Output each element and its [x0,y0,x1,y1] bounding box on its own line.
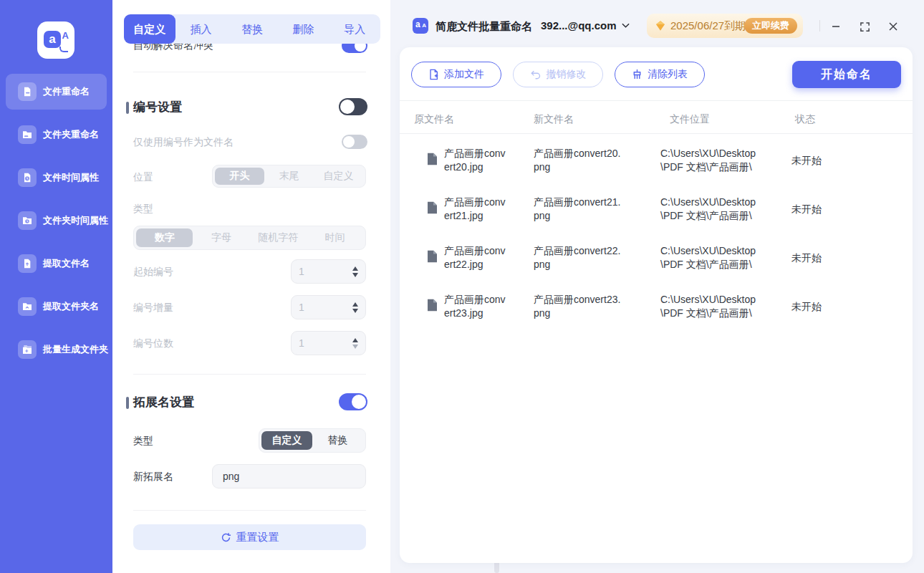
sidebar-item-label: 文件夹时间属性 [43,214,108,227]
file-icon [427,251,437,266]
original-filename: 产品画册conv ert20.jpg [444,147,526,174]
renew-button[interactable]: 立即续费 [744,18,797,34]
table-row[interactable]: 产品画册conv ert20.jpg 产品画册convert20. png C:… [400,136,913,185]
only-number-toggle[interactable] [342,135,367,149]
close-button[interactable] [886,19,900,34]
sidebar-item-file-rename[interactable]: 文件重命名 [6,74,107,110]
add-files-button[interactable]: 添加文件 [411,62,501,87]
add-file-icon [428,69,439,80]
only-number-label: 仅使用编号作为文件名 [133,136,234,149]
type-option-random[interactable]: 随机字符 [250,228,307,247]
header-file-location: 文件位置 [670,113,710,126]
sidebar-item-file-time[interactable]: 文件时间属性 [6,160,107,196]
sidebar-item-folder-rename[interactable]: 文件夹重命名 [6,117,107,153]
table-border [400,100,913,101]
account-label: 392...@qq.com [541,19,617,32]
folder-time-icon [18,211,37,230]
chevron-down-icon [622,23,630,28]
tab-replace[interactable]: 替换 [226,14,278,44]
undo-button[interactable]: 撤销修改 [513,62,603,87]
position-option-end[interactable]: 末尾 [264,168,314,185]
new-extension-input[interactable] [213,465,365,488]
table-row[interactable]: 产品画册conv ert23.jpg 产品画册convert23. png C:… [400,282,913,331]
app-logo: a A [37,21,74,59]
account-dropdown[interactable]: 392...@qq.com [541,19,630,32]
minimize-icon [831,21,841,32]
status-text: 未开始 [791,154,849,168]
sidebar-item-batch-create-folder[interactable]: 批量生成文件夹 [6,332,107,367]
type-option-number[interactable]: 数字 [136,228,193,247]
maximize-button[interactable] [857,19,872,34]
expiry-label: 2025/06/27到期 [670,19,746,33]
position-option-custom[interactable]: 自定义 [314,168,363,185]
undo-label: 撤销修改 [547,68,587,81]
minimize-button[interactable] [829,19,843,34]
position-option-start[interactable]: 开头 [215,168,264,185]
sidebar-item-extract-foldername[interactable]: 提取文件夹名 [6,289,107,324]
batch-create-folder-icon [18,340,37,359]
clear-list-icon [632,69,643,80]
numbering-toggle[interactable] [339,98,367,115]
file-icon [427,202,437,217]
header-status: 状态 [795,113,815,126]
sidebar-item-label: 提取文件夹名 [43,300,99,313]
tab-insert[interactable]: 插入 [175,14,227,44]
auto-conflict-toggle[interactable] [342,44,367,53]
settings-panel: 自定义 插入 替换 删除 导入 自动解决命名冲突 编号设置 仅使用编号作为文件名… [112,0,390,573]
numbering-section-title: 编号设置 [133,99,182,115]
sidebar-item-folder-time[interactable]: 文件夹时间属性 [6,203,107,239]
add-files-label: 添加文件 [444,68,484,81]
extract-foldername-icon [18,297,37,316]
new-extension-label: 新拓展名 [133,471,173,483]
maximize-icon [860,21,870,32]
start-rename-button[interactable]: 开始命名 [792,61,901,88]
file-time-icon [18,168,37,187]
stepper-arrows-icon[interactable] [352,302,358,313]
increment-label: 编号增量 [133,302,173,314]
divider [133,510,366,511]
new-filename: 产品画册convert20. png [534,147,655,174]
header-new-filename: 新文件名 [534,113,574,126]
table-row[interactable]: 产品画册conv ert21.jpg 产品画册convert21. png C:… [400,185,913,233]
vip-gem-icon [655,20,666,32]
sidebar-item-extract-filename[interactable]: 提取文件名 [6,246,107,281]
stepper-arrows-icon[interactable] [352,266,358,277]
ext-option-replace[interactable]: 替换 [312,431,363,450]
tab-delete[interactable]: 删除 [278,14,329,44]
start-number-label: 起始编号 [133,266,173,279]
table-row[interactable]: 产品画册conv ert22.jpg 产品画册convert22. png C:… [400,233,913,282]
increment-input[interactable] [299,302,342,313]
digits-stepper [291,331,366,355]
tab-custom[interactable]: 自定义 [124,14,175,44]
file-rename-icon [18,82,37,101]
clear-list-button[interactable]: 清除列表 [615,62,705,87]
status-text: 未开始 [791,251,849,265]
extension-type-label: 类型 [133,435,153,448]
sidebar-item-label: 文件夹重命名 [43,128,99,141]
file-location: C:\Users\XU\Desktop \PDF 文档\产品画册\ [660,244,789,271]
sidebar-nav: 文件重命名 文件夹重命名 文件时间属性 文件夹时间属性 [0,74,112,375]
number-type-label: 类型 [133,203,153,216]
digits-input[interactable] [299,337,342,349]
original-filename: 产品画册conv ert23.jpg [444,293,526,320]
number-type-segmented-control: 数字 字母 随机字符 时间 [133,226,366,250]
divider [133,374,366,375]
original-filename: 产品画册conv ert21.jpg [444,196,526,223]
file-icon [427,299,437,314]
start-number-input[interactable] [299,266,342,277]
type-option-time[interactable]: 时间 [307,228,363,247]
increment-stepper [291,295,366,319]
reset-settings-button[interactable]: 重置设置 [133,524,366,550]
type-option-letter[interactable]: 字母 [193,228,249,247]
settings-tabs: 自定义 插入 替换 删除 导入 [124,14,380,44]
tab-import[interactable]: 导入 [329,14,380,44]
section-accent-bar [126,102,129,114]
folder-rename-icon [18,125,37,144]
app-window: a A 文件重命名 文件夹重命名 文件时间属性 [0,0,924,573]
status-text: 未开始 [791,300,849,314]
extension-toggle[interactable] [339,393,367,410]
ext-option-custom[interactable]: 自定义 [261,431,312,450]
extract-filename-icon [18,254,37,273]
stepper-arrows-icon[interactable] [352,338,358,349]
titlebar: aA 简鹿文件批量重命名 392...@qq.com 2025/06/27到期 … [390,0,924,47]
